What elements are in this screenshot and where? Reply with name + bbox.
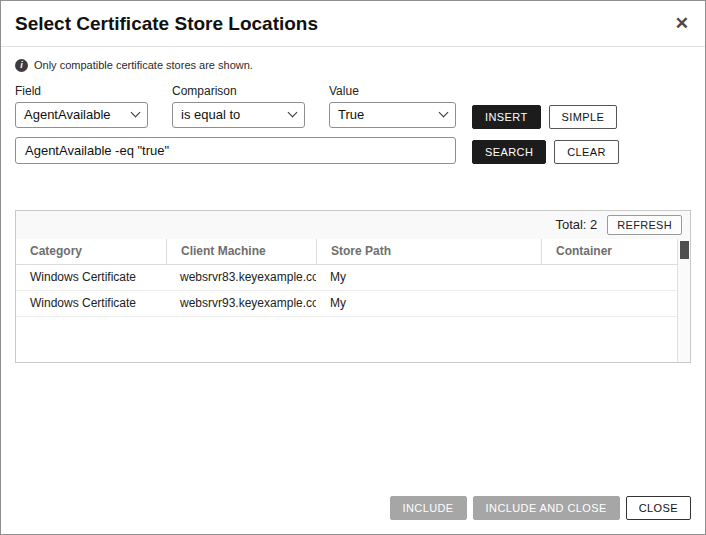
- dialog-footer: INCLUDE INCLUDE AND CLOSE CLOSE: [15, 496, 691, 520]
- table-body: Windows Certificate websrvr83.keyexample…: [16, 265, 690, 362]
- total-count: Total: 2: [555, 217, 597, 232]
- query-input[interactable]: [15, 137, 456, 164]
- simple-button[interactable]: SIMPLE: [549, 105, 618, 129]
- filter-buttons: INSERT SIMPLE SEARCH CLEAR: [472, 84, 619, 164]
- include-button[interactable]: INCLUDE: [390, 496, 467, 520]
- chevron-down-icon: [131, 108, 141, 118]
- table-topbar: Total: 2 REFRESH: [16, 211, 690, 239]
- filter-area: Field AgentAvailable Comparison is equal…: [15, 84, 691, 164]
- table-scrollbar[interactable]: [677, 239, 690, 362]
- field-select[interactable]: AgentAvailable: [15, 102, 148, 128]
- value-select[interactable]: True: [329, 102, 456, 128]
- close-button[interactable]: CLOSE: [626, 496, 691, 520]
- column-header-category: Category: [16, 239, 166, 264]
- select-certificate-store-dialog: Select Certificate Store Locations ✕ i O…: [0, 0, 706, 535]
- chevron-down-icon: [288, 108, 298, 118]
- field-select-value: AgentAvailable: [24, 107, 111, 122]
- value-group: Value True: [329, 84, 456, 128]
- search-button[interactable]: SEARCH: [472, 140, 546, 164]
- column-header-container: Container: [541, 239, 690, 264]
- query-row: [15, 137, 456, 164]
- page-title: Select Certificate Store Locations: [15, 13, 318, 36]
- search-clear-row: SEARCH CLEAR: [472, 140, 619, 164]
- cell-client-machine: websrvr83.keyexample.com: [166, 270, 316, 284]
- comparison-select[interactable]: is equal to: [172, 102, 305, 128]
- filter-left: Field AgentAvailable Comparison is equal…: [15, 84, 456, 164]
- comparison-select-value: is equal to: [181, 107, 240, 122]
- info-text: Only compatible certificate stores are s…: [34, 59, 253, 71]
- close-icon[interactable]: ✕: [673, 13, 691, 34]
- value-label: Value: [329, 84, 456, 98]
- cell-client-machine: websrvr93.keyexample.com: [166, 296, 316, 310]
- cell-store-path: My: [316, 296, 541, 310]
- clear-button[interactable]: CLEAR: [554, 140, 619, 164]
- field-label: Field: [15, 84, 148, 98]
- comparison-label: Comparison: [172, 84, 305, 98]
- table-main: Category Client Machine Store Path Conta…: [16, 239, 690, 362]
- value-select-value: True: [338, 107, 364, 122]
- table-header-row: Category Client Machine Store Path Conta…: [16, 239, 690, 265]
- comparison-group: Comparison is equal to: [172, 84, 305, 128]
- title-divider: [1, 46, 705, 47]
- cell-store-path: My: [316, 270, 541, 284]
- results-table: Total: 2 REFRESH Category Client Machine…: [15, 210, 691, 363]
- info-icon: i: [15, 59, 28, 72]
- refresh-button[interactable]: REFRESH: [607, 215, 682, 235]
- column-header-store-path: Store Path: [316, 239, 541, 264]
- insert-simple-row: INSERT SIMPLE: [472, 105, 619, 129]
- cell-category: Windows Certificate: [16, 296, 166, 310]
- cell-category: Windows Certificate: [16, 270, 166, 284]
- include-and-close-button[interactable]: INCLUDE AND CLOSE: [473, 496, 620, 520]
- table-row[interactable]: Windows Certificate websrvr93.keyexample…: [16, 291, 690, 317]
- chevron-down-icon: [439, 108, 449, 118]
- dialog-header: Select Certificate Store Locations ✕: [15, 13, 691, 36]
- info-banner: i Only compatible certificate stores are…: [15, 59, 691, 72]
- insert-button[interactable]: INSERT: [472, 105, 541, 129]
- field-group: Field AgentAvailable: [15, 84, 148, 128]
- column-header-client-machine: Client Machine: [166, 239, 316, 264]
- filter-selects-row: Field AgentAvailable Comparison is equal…: [15, 84, 456, 128]
- scrollbar-thumb[interactable]: [680, 241, 689, 259]
- table-row[interactable]: Windows Certificate websrvr83.keyexample…: [16, 265, 690, 291]
